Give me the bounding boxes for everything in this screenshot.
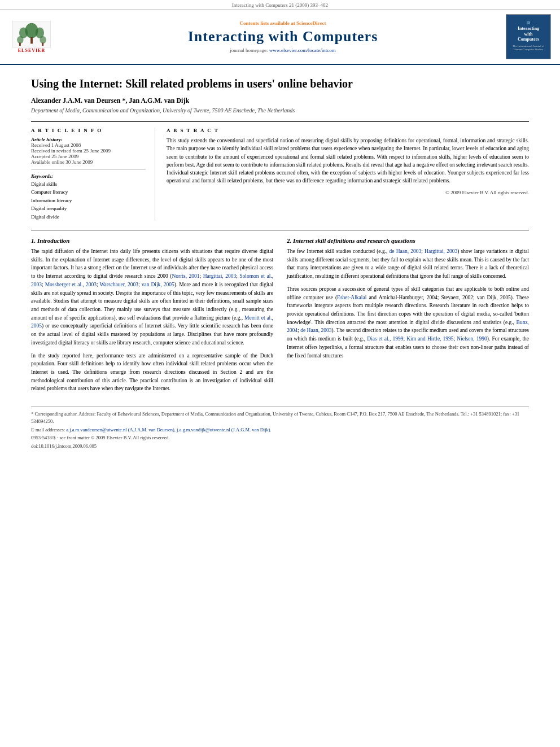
footnote-corresponding: * Corresponding author. Address: Faculty… [31,410,529,425]
abstract-text: This study extends the conventional and … [167,137,529,185]
sciencedirect-name[interactable]: ScienceDirect [296,20,326,26]
history-group: Article history: Received 1 August 2008 … [31,137,146,165]
svg-point-7 [40,36,46,43]
sciencedirect-link: Contents lists available at ScienceDirec… [60,20,506,26]
journal-homepage: journal homepage: www.elsevier.com/locat… [60,47,506,53]
footnote-doi: doi:10.1016/j.intcom.2009.06.005 [31,443,529,450]
article-meta-section: A R T I C L E I N F O Article history: R… [31,121,529,221]
article-info-label: A R T I C L E I N F O [31,128,146,133]
ref-dehaan2: de Haan, 2003 [300,327,331,333]
received-date: Received 1 August 2008 [31,142,146,148]
elsevier-logo: ELSEVIER [9,21,54,53]
journal-title: Interacting with Computers [60,28,506,45]
article-authors: Alexander J.A.M. van Deursen *, Jan A.G.… [31,97,529,105]
footnote-issn: 0953-5438/$ - see front matter © 2009 El… [31,434,529,442]
footnotes-area: * Corresponding author. Address: Faculty… [31,407,529,450]
ref-norris: Norris, 2001 [172,273,199,279]
footnote-email: E-mail addresses: a.j.a.m.vandeursen@utw… [31,426,529,434]
section1-heading: 1. Introduction [31,237,273,244]
svg-rect-6 [19,42,21,46]
keywords-list: Digital skills Computer literacy Informa… [31,180,146,221]
history-label: Article history: [31,137,146,142]
section1-para1: The rapid diffusion of the Internet into… [31,247,273,347]
ref-merritt: Merritt et al., 2005 [31,315,273,329]
article-affiliation: Department of Media, Communication and O… [31,107,529,113]
article-content: Using the Internet: Skill related proble… [0,65,560,462]
ref-warschauer: Warschauer, 2003 [99,282,138,287]
ref-vandijk: van Dijk, 2005 [142,282,174,287]
svg-rect-8 [42,42,43,46]
journal-citation-bar: Interacting with Computers 21 (2009) 393… [0,0,560,10]
section2-para1: The few Internet skill studies conducted… [287,247,529,281]
cover-title-text: Interacting with Computers [518,26,539,42]
abstract-label: A B S T R A C T [167,128,529,133]
homepage-url[interactable]: www.elsevier.com/locate/intcom [269,47,336,53]
section2-heading: 2. Internet skill definitions and resear… [287,237,529,244]
journal-citation-text: Interacting with Computers 21 (2009) 393… [232,2,328,8]
keyword-3: Information literacy [31,196,146,204]
ref-eshet: Eshet-Alkalai [337,295,366,300]
section-divider [31,230,529,230]
journal-cover-image: 🖼 Interacting with Computers The Interna… [506,14,551,59]
ref-dias: Dias et al., 1999 [367,336,403,342]
section1-para2: In the study reported here, performance … [31,352,273,394]
article-title: Using the Internet: Skill related proble… [31,76,529,91]
copyright-text: © 2009 Elsevier B.V. All rights reserved… [167,190,529,195]
keyword-1: Digital skills [31,180,146,188]
journal-header: ELSEVIER Contents lists available at Sci… [0,10,560,65]
body-column-right: 2. Internet skill definitions and resear… [287,237,529,397]
keyword-4: Digital inequality [31,204,146,212]
accepted-date: Accepted 25 June 2009 [31,154,146,159]
elsevier-logo-svg [12,21,51,48]
journal-center: Contents lists available at ScienceDirec… [60,20,506,53]
keyword-5: Digital divide [31,213,146,221]
svg-point-5 [17,36,24,43]
ref-kim: Kim and Hirtle, 1995 [406,336,453,342]
available-date: Available online 30 June 2009 [31,159,146,165]
ref-hargittai2: Hargittai, 2003 [425,248,457,254]
article-abstract-column: A B S T R A C T This study extends the c… [167,128,529,221]
footnote-email-addresses: a.j.a.m.vandeursen@utwente.nl (A.J.A.M. … [66,427,271,433]
ref-hargittai: Hargittai, 2003 [203,273,236,279]
revised-date: Received in revised form 25 June 2009 [31,148,146,154]
svg-rect-4 [30,37,33,43]
ref-dehaan: de Haan, 2003 [390,248,422,254]
section2-para2: Three sources propose a succession of ge… [287,285,529,360]
keywords-label: Keywords: [31,173,146,179]
elsevier-wordmark: ELSEVIER [18,48,45,53]
ref-mossberger: Mossberger et al., 2003 [45,282,97,287]
body-column-left: 1. Introduction The rapid diffusion of t… [31,237,273,397]
body-columns: 1. Introduction The rapid diffusion of t… [31,237,529,397]
keyword-2: Computer literacy [31,188,146,196]
ref-nielsen: Nielsen, 1990 [457,336,487,342]
article-info-column: A R T I C L E I N F O Article history: R… [31,128,155,221]
